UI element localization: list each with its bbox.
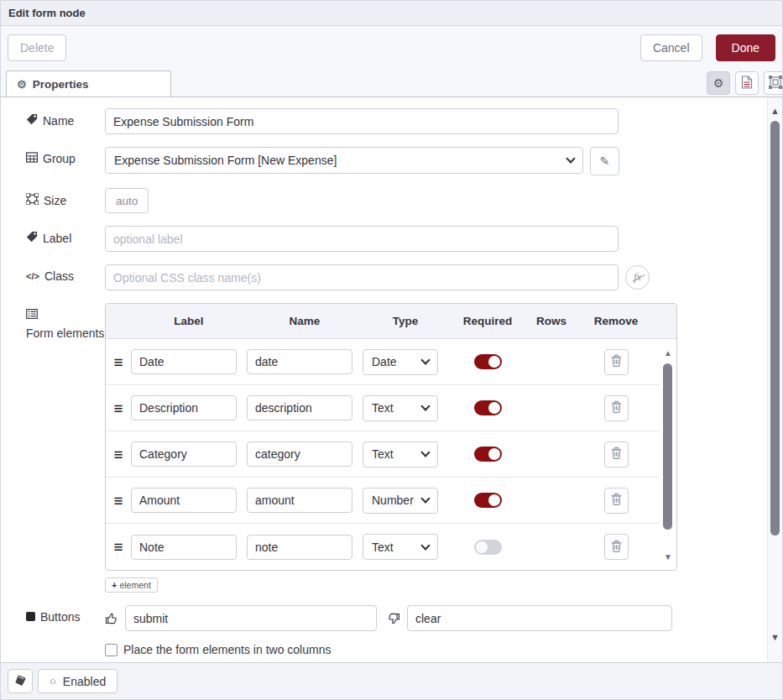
scroll-down-icon[interactable]: ▼ — [768, 632, 782, 642]
form-elements-list: ≡ Date ≡ Text — [106, 339, 676, 570]
trash-button[interactable] — [604, 441, 629, 468]
tag-icon — [26, 231, 38, 245]
form-element-row: ≡ Date — [106, 339, 660, 385]
element-name-input[interactable] — [247, 488, 352, 513]
column-header: Label — [131, 315, 247, 327]
size-label: Size — [26, 188, 105, 207]
trash-button[interactable] — [604, 349, 629, 375]
dynamic-class-button[interactable]: fx — [625, 265, 650, 290]
list-scrollbar: ▲ ▼ — [661, 339, 675, 570]
dialog-footer: ○ Enabled — [1, 662, 782, 699]
element-label-input[interactable] — [131, 441, 237, 467]
circle-icon: ○ — [50, 675, 56, 687]
form-elements-row: Form elements LabelNameTypeRequiredRowsR… — [26, 303, 782, 593]
form-elements-table-header: LabelNameTypeRequiredRowsRemove — [106, 304, 676, 339]
gear-icon: ⚙ — [17, 78, 27, 91]
scroll-up-icon[interactable]: ▲ — [768, 106, 782, 116]
dialog-toolbar: Delete Cancel Done — [1, 26, 782, 70]
group-select[interactable]: Expense Submission Form [New Expense] — [105, 147, 583, 174]
trash-button[interactable] — [604, 488, 629, 514]
tab-properties[interactable]: ⚙ Properties — [6, 71, 171, 97]
label-label: Label — [26, 226, 105, 245]
table-icon — [26, 152, 38, 165]
class-label: </> Class — [26, 264, 105, 283]
element-type-select[interactable]: Text — [363, 395, 438, 421]
two-columns-checkbox[interactable] — [105, 644, 117, 656]
dialog-body: Name Group Expense Submission Form [New … — [1, 97, 782, 662]
drag-handle-icon[interactable]: ≡ — [106, 493, 131, 509]
scroll-up-icon[interactable]: ▲ — [661, 349, 675, 358]
required-toggle[interactable] — [474, 447, 502, 462]
trash-button[interactable] — [604, 534, 629, 560]
element-label-input[interactable] — [131, 535, 237, 560]
scroll-down-icon[interactable]: ▼ — [661, 553, 675, 562]
element-type-select[interactable]: Text — [363, 534, 438, 560]
clear-button-text-input[interactable] — [407, 605, 672, 631]
trash-icon — [611, 400, 622, 415]
element-type-select[interactable]: Date — [363, 349, 438, 375]
chevron-down-icon — [566, 154, 575, 163]
form-elements-label: Form elements — [26, 303, 105, 340]
tab-bar: ⚙ Properties ⚙ — [1, 70, 782, 97]
trash-button[interactable] — [604, 395, 629, 421]
trash-icon — [611, 540, 622, 555]
element-label-input[interactable] — [131, 395, 237, 421]
required-toggle[interactable] — [474, 354, 502, 369]
enabled-toggle-button[interactable]: ○ Enabled — [38, 669, 117, 693]
element-name-input[interactable] — [247, 441, 352, 467]
size-handles-icon — [26, 193, 39, 207]
column-header: Rows — [527, 315, 576, 327]
gear-icon: ⚙ — [713, 76, 724, 90]
done-button[interactable]: Done — [716, 34, 775, 61]
tab-icon-group: ⚙ — [707, 71, 782, 95]
two-columns-label: Place the form elements in two columns — [123, 643, 331, 656]
edit-group-button[interactable]: ✎ — [590, 147, 619, 175]
name-input[interactable] — [105, 108, 619, 134]
column-header: Type — [363, 315, 448, 327]
submit-button-text-input[interactable] — [125, 605, 377, 631]
list-scrollbar-thumb[interactable] — [663, 363, 672, 530]
form-elements-table: LabelNameTypeRequiredRowsRemove ≡ Date — [105, 303, 677, 571]
dialog-header: Edit form node — [1, 1, 782, 26]
size-auto-button[interactable]: auto — [105, 188, 149, 213]
cancel-button[interactable]: Cancel — [640, 34, 702, 61]
element-label-input[interactable] — [131, 349, 237, 374]
element-name-input[interactable] — [247, 395, 352, 421]
delete-button[interactable]: Delete — [8, 34, 66, 61]
node-help-button[interactable] — [8, 669, 33, 693]
book-icon — [15, 675, 26, 688]
tab-properties-label: Properties — [33, 78, 89, 91]
size-row: Size auto — [26, 188, 782, 213]
element-type-select[interactable]: Number — [363, 488, 438, 514]
element-name-input[interactable] — [247, 349, 352, 374]
chevron-down-icon — [420, 447, 430, 457]
class-row: </> Class fx — [26, 264, 782, 290]
description-tab-button[interactable] — [735, 71, 759, 95]
required-toggle[interactable] — [474, 540, 502, 555]
element-name-input[interactable] — [247, 535, 352, 560]
fx-icon: fx — [634, 271, 641, 283]
add-element-button[interactable]: + element — [105, 577, 158, 593]
trash-icon — [611, 447, 622, 462]
square-icon — [26, 612, 35, 622]
main-scrollbar-thumb[interactable] — [770, 121, 780, 535]
object-group-icon — [769, 76, 782, 91]
required-toggle[interactable] — [474, 493, 502, 508]
class-input[interactable] — [105, 264, 619, 290]
required-toggle[interactable] — [474, 400, 502, 415]
chevron-down-icon — [420, 494, 430, 503]
drag-handle-icon[interactable]: ≡ — [106, 400, 131, 416]
edit-form-node-dialog: Edit form node Delete Cancel Done ⚙ Prop… — [0, 0, 783, 700]
drag-handle-icon[interactable]: ≡ — [106, 447, 131, 462]
list-alt-icon — [26, 308, 38, 321]
properties-tab-button[interactable]: ⚙ — [707, 71, 730, 95]
label-row: Label — [26, 226, 782, 252]
group-row: Group Expense Submission Form [New Expen… — [26, 147, 782, 175]
appearance-tab-button[interactable] — [764, 71, 782, 95]
element-type-select[interactable]: Text — [363, 441, 438, 468]
element-label-input[interactable] — [131, 488, 237, 513]
column-header: Required — [448, 315, 527, 327]
label-input[interactable] — [105, 226, 619, 252]
drag-handle-icon[interactable]: ≡ — [106, 354, 131, 370]
drag-handle-icon[interactable]: ≡ — [106, 539, 131, 555]
